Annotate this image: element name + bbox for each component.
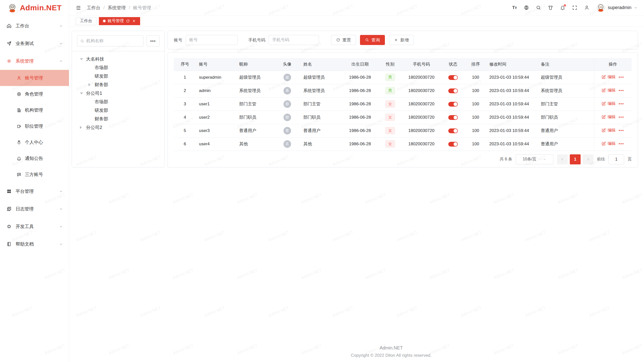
sidebar-item-label: 业务测试 xyxy=(16,40,34,47)
status-toggle[interactable] xyxy=(448,102,458,107)
accounts-table-panel: 序号 账号 昵称 头像 姓名 出生日期 性别 手机号码 状态 排序 修改时间 备… xyxy=(168,52,638,167)
phone-input[interactable] xyxy=(269,35,319,45)
sidebar-item-dev-tools[interactable]: 开发工具 xyxy=(0,218,69,235)
tree-node[interactable]: 研发部 xyxy=(77,72,159,80)
next-page-button[interactable] xyxy=(583,154,593,164)
sidebar-item-log-management[interactable]: 日志管理 xyxy=(0,200,69,218)
breadcrumb-item[interactable]: 工作台 xyxy=(87,5,100,11)
cell-birth: 1986-06-28 xyxy=(341,137,379,151)
sidebar-item-notice[interactable]: 通知公告 xyxy=(0,150,69,166)
org-search-input[interactable] xyxy=(86,38,140,43)
prev-page-button[interactable] xyxy=(557,154,568,164)
sidebar-item-position-management[interactable]: 职位管理 xyxy=(0,118,69,134)
sidebar-item-org-management[interactable]: 机构管理 xyxy=(0,102,69,118)
more-actions-button[interactable]: ••• xyxy=(619,128,624,132)
edit-button[interactable]: 编辑 xyxy=(601,114,616,120)
tree-node[interactable]: 财务部 xyxy=(77,115,159,123)
current-page-button[interactable]: 1 xyxy=(570,154,581,164)
tree-node[interactable]: 分公司2 xyxy=(77,123,159,132)
avatar: 部 xyxy=(284,100,291,108)
goto-page-input[interactable] xyxy=(609,154,624,164)
more-actions-button[interactable]: ••• xyxy=(619,75,624,79)
caret-right-icon[interactable] xyxy=(80,126,82,129)
tree-node-label: 财务部 xyxy=(95,116,108,122)
edit-button[interactable]: 编辑 xyxy=(601,141,616,146)
user-outline-icon[interactable] xyxy=(584,5,589,10)
status-toggle[interactable] xyxy=(448,128,458,133)
tree-node[interactable]: 市场部 xyxy=(77,98,159,106)
bell-icon xyxy=(17,156,21,161)
sidebar-item-label: 平台管理 xyxy=(16,188,34,194)
sidebar: Admin.NET 工作台 业务测试 系统管理 账号管理 角色管理 xyxy=(0,0,69,362)
user-menu[interactable]: superadmin xyxy=(596,3,637,12)
tab-account-management[interactable]: 账号管理 xyxy=(99,17,140,25)
cell-birth: 1986-06-28 xyxy=(341,97,379,111)
table-header-row: 序号 账号 昵称 头像 姓名 出生日期 性别 手机号码 状态 排序 修改时间 备… xyxy=(174,58,632,71)
reset-button[interactable]: 重置 xyxy=(331,35,356,45)
more-actions-button[interactable]: ••• xyxy=(619,115,624,119)
edit-button[interactable]: 编辑 xyxy=(601,88,616,93)
cell-birth: 1986-06-28 xyxy=(341,111,379,124)
status-toggle[interactable] xyxy=(448,88,458,93)
close-icon[interactable] xyxy=(132,19,136,23)
refresh-icon[interactable] xyxy=(126,19,130,23)
sidebar-item-thirdparty-account[interactable]: 三方账号 xyxy=(0,166,69,183)
column-header: 出生日期 xyxy=(341,58,379,71)
more-actions-button[interactable]: ••• xyxy=(619,88,624,92)
more-actions-button[interactable]: ••• xyxy=(619,102,624,106)
cell-remark: 系统管理员 xyxy=(538,84,594,97)
account-input[interactable] xyxy=(186,35,238,45)
logo[interactable]: Admin.NET xyxy=(0,0,69,16)
edit-icon xyxy=(601,142,606,146)
sidebar-item-business-test[interactable]: 业务测试 xyxy=(0,35,69,52)
tree-node[interactable]: 分公司1 xyxy=(77,89,159,98)
sidebar-item-role-management[interactable]: 角色管理 xyxy=(0,86,69,102)
cell-name: 普通用户 xyxy=(300,124,341,137)
sidebar-item-label: 开发工具 xyxy=(16,223,34,230)
caret-right-icon[interactable] xyxy=(89,83,90,86)
tree-node[interactable]: 大名科技 xyxy=(77,55,159,63)
reset-label: 重置 xyxy=(342,37,351,43)
status-toggle[interactable] xyxy=(448,142,458,147)
fullscreen-icon[interactable] xyxy=(572,5,577,10)
notification-bell-icon[interactable] xyxy=(560,5,565,10)
menu-fold-icon[interactable] xyxy=(76,5,81,11)
column-header: 修改时间 xyxy=(486,58,538,71)
caret-down-icon[interactable] xyxy=(80,93,83,94)
breadcrumb-item[interactable]: 系统管理 xyxy=(108,5,126,11)
sidebar-item-platform-management[interactable]: 平台管理 xyxy=(0,183,69,200)
tab-workbench[interactable]: 工作台 xyxy=(76,17,96,25)
font-size-icon[interactable]: Tт xyxy=(512,5,517,10)
column-header: 序号 xyxy=(174,58,196,71)
sidebar-item-help-docs[interactable]: 帮助文档 xyxy=(0,235,69,253)
tree-node[interactable]: 财务部 xyxy=(77,80,159,89)
cell-index: 5 xyxy=(174,124,196,137)
org-search-field[interactable] xyxy=(77,35,143,47)
sidebar-item-profile-center[interactable]: 个人中心 xyxy=(0,134,69,150)
language-icon[interactable] xyxy=(524,5,529,10)
add-button[interactable]: 新增 xyxy=(389,35,414,45)
more-actions-button[interactable]: ••• xyxy=(619,142,624,146)
sidebar-item-system-management[interactable]: 系统管理 xyxy=(0,52,69,70)
sidebar-item-account-management[interactable]: 账号管理 xyxy=(0,70,69,86)
pagination: 共 6 条 10条/页 1 前往 页 xyxy=(174,154,632,164)
tree-node[interactable]: 市场部 xyxy=(77,63,159,72)
profile-icon xyxy=(17,140,21,145)
edit-button[interactable]: 编辑 xyxy=(601,101,616,106)
edit-button[interactable]: 编辑 xyxy=(601,128,616,133)
search-icon[interactable] xyxy=(536,5,541,10)
add-label: 新增 xyxy=(400,37,409,43)
sidebar-item-workbench[interactable]: 工作台 xyxy=(0,17,69,35)
tree-node[interactable]: 研发部 xyxy=(77,106,159,115)
page-size-select[interactable]: 10条/页 xyxy=(516,154,553,164)
status-toggle[interactable] xyxy=(448,75,458,80)
search-button[interactable]: 查询 xyxy=(360,35,385,45)
org-tree: 大名科技 市场部 研发部 财务部 分公司1 市场部 研发部 财务部 分公司2 xyxy=(77,55,159,132)
status-toggle[interactable] xyxy=(448,115,458,120)
edit-button[interactable]: 编辑 xyxy=(601,74,616,80)
tree-node-label: 财务部 xyxy=(95,82,108,88)
caret-down-icon[interactable] xyxy=(80,58,83,60)
cell-phone: 18020030720 xyxy=(401,84,441,97)
tree-more-button[interactable]: ••• xyxy=(146,35,159,47)
theme-icon[interactable] xyxy=(548,5,553,10)
